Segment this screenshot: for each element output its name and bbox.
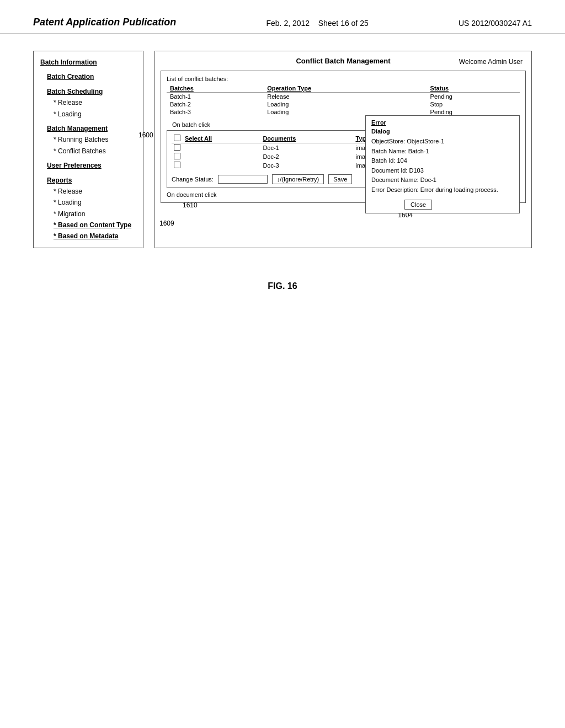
batch-table: Batches Operation Type Status Batch-1 Re… xyxy=(167,84,520,116)
publication-title: Patent Application Publication xyxy=(33,17,176,28)
dialog-line3: Batch Id: 104 xyxy=(371,156,514,166)
sidebar-item-migration[interactable]: * Migration xyxy=(40,208,136,220)
doc-name: Doc-3 xyxy=(260,161,353,170)
main-panel: Conflict Batch Management Welcome Admin … xyxy=(154,51,532,248)
dialog-line1: ObjectStore: ObjectStore-1 xyxy=(371,137,514,147)
dialog-body: ObjectStore: ObjectStore-1 Batch Name: B… xyxy=(371,137,514,195)
col-batches: Batches xyxy=(167,84,264,93)
sidebar-item-batch-scheduling[interactable]: Batch Scheduling xyxy=(40,86,136,97)
col-checkbox xyxy=(172,134,183,143)
main-content: Batch Information Batch Creation Batch S… xyxy=(0,34,565,265)
sidebar-item-user-preferences[interactable]: User Preferences xyxy=(40,160,136,171)
doc-name: Doc-2 xyxy=(260,152,353,161)
change-status-input[interactable] xyxy=(218,175,268,184)
doc-checkbox[interactable] xyxy=(174,144,180,151)
publication-date-sheet: Feb. 2, 2012 Sheet 16 of 25 xyxy=(266,17,368,28)
sidebar-item-release[interactable]: * Release xyxy=(40,97,136,108)
sidebar-item-batch-information[interactable]: Batch Information xyxy=(40,57,136,68)
sidebar-item-loading[interactable]: * Loading xyxy=(40,109,136,120)
table-row[interactable]: Batch-2 Loading Stop xyxy=(167,100,520,108)
sidebar-item-running-batches[interactable]: * Running Batches xyxy=(40,134,136,145)
sidebar-item-batch-creation[interactable]: Batch Creation xyxy=(40,71,136,82)
ref-1600: 1600 xyxy=(138,131,153,139)
sidebar-item-reports[interactable]: Reports xyxy=(40,175,136,186)
dialog-line2: Batch Name: Batch-1 xyxy=(371,147,514,157)
operation: Loading xyxy=(264,108,427,116)
operation: Release xyxy=(264,93,427,101)
batch-name: Batch-2 xyxy=(167,100,264,108)
ref-1610: 1610 xyxy=(183,201,198,209)
ignore-retry-button[interactable]: ↓/(Ignore/Retry) xyxy=(272,174,324,184)
welcome-text: Welcome Admin User xyxy=(459,58,523,66)
close-button[interactable]: Close xyxy=(404,200,432,210)
dialog-title: Dialog xyxy=(371,128,514,135)
sidebar-item-reports-loading[interactable]: * Loading xyxy=(40,197,136,208)
save-button[interactable]: Save xyxy=(328,174,352,184)
table-row[interactable]: Batch-3 Loading Pending xyxy=(167,108,520,116)
pub-date: Feb. 2, 2012 xyxy=(266,19,310,28)
status: Pending xyxy=(427,108,520,116)
change-status-label: Change Status: xyxy=(172,176,214,183)
dialog-line4: Document Id: D103 xyxy=(371,166,514,176)
sidebar-item-conflict-batches[interactable]: * Conflict Batches xyxy=(40,146,136,157)
list-label: List of conflict batches: xyxy=(167,76,520,82)
dialog-line6: Error Description: Error during loading … xyxy=(371,185,514,195)
doc-checkbox[interactable] xyxy=(174,153,180,159)
col-operation-type: Operation Type xyxy=(264,84,427,93)
sidebar-item-reports-release[interactable]: * Release xyxy=(40,186,136,197)
col-status: Status xyxy=(427,84,520,93)
patent-number: US 2012/0030247 A1 xyxy=(459,17,532,28)
sidebar-item-batch-management[interactable]: Batch Management xyxy=(40,123,136,134)
col-documents: Documents xyxy=(260,134,353,143)
ref-1609: 1609 xyxy=(159,220,174,227)
select-all-checkbox[interactable] xyxy=(174,135,180,141)
batch-name: Batch-3 xyxy=(167,108,264,116)
sidebar-item-content-type[interactable]: * Based on Content Type xyxy=(40,220,136,231)
batch-name: Batch-1 xyxy=(167,93,264,101)
error-dialog: Error Dialog ObjectStore: ObjectStore-1 … xyxy=(365,115,520,213)
error-label: Error xyxy=(371,119,514,126)
conflict-batch-panel: List of conflict batches: Batches Operat… xyxy=(161,71,526,203)
operation: Loading xyxy=(264,100,427,108)
col-select-all: Select All xyxy=(183,134,260,143)
doc-checkbox[interactable] xyxy=(174,162,180,168)
sheet-number: Sheet 16 of 25 xyxy=(318,19,369,28)
page: Patent Application Publication Feb. 2, 2… xyxy=(0,0,565,728)
table-row[interactable]: Batch-1 Release Pending xyxy=(167,93,520,101)
status: Pending xyxy=(427,93,520,101)
sidebar-panel: Batch Information Batch Creation Batch S… xyxy=(33,51,143,248)
fig-label: FIG. 16 xyxy=(0,281,565,291)
doc-name: Doc-1 xyxy=(260,143,353,153)
dialog-line5: Document Name: Doc-1 xyxy=(371,175,514,185)
status: Stop xyxy=(427,100,520,108)
page-header: Patent Application Publication Feb. 2, 2… xyxy=(0,0,565,34)
sidebar-item-metadata[interactable]: * Based on Metadata xyxy=(40,231,136,242)
